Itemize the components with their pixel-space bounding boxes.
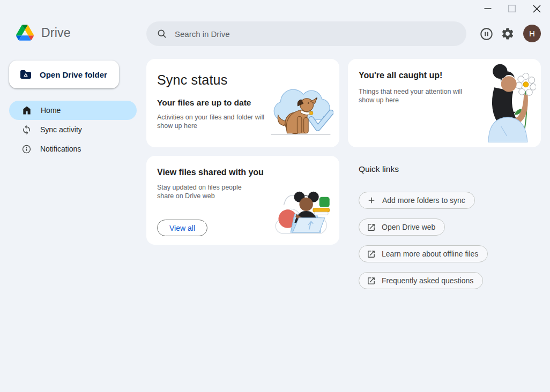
- sync-icon: [21, 125, 32, 135]
- sync-status-card: Sync status Your files are up to date Ac…: [146, 59, 339, 147]
- add-folders-to-sync-button[interactable]: Add more folders to sync: [359, 192, 475, 209]
- plus-icon: [367, 195, 376, 205]
- caught-up-body: Things that need your attention will sho…: [359, 87, 477, 104]
- sidebar-item-label: Notifications: [40, 145, 81, 153]
- settings-button[interactable]: [500, 26, 516, 42]
- sidebar-item-sync-activity[interactable]: Sync activity: [9, 120, 137, 139]
- maximize-button[interactable]: [504, 1, 520, 17]
- quick-link-label: Open Drive web: [382, 223, 435, 231]
- sidebar-nav: Home Sync activity Notifications: [9, 101, 137, 159]
- home-icon: [21, 105, 32, 116]
- close-icon: [532, 4, 541, 13]
- maximize-icon: [508, 4, 516, 13]
- app-title: Drive: [41, 26, 71, 40]
- external-link-icon: [367, 223, 376, 232]
- woman-smelling-flower-illustration: [473, 61, 536, 145]
- brand: Drive: [16, 25, 71, 41]
- dog-cloud-checkmark-illustration: [268, 81, 333, 142]
- shared-files-body: Stay updated on files people share on Dr…: [157, 183, 259, 200]
- quick-link-label: Learn more about offline files: [382, 250, 478, 258]
- faq-button[interactable]: Frequently asked questions: [359, 272, 483, 289]
- caught-up-card: You're all caught up! Things that need y…: [348, 59, 541, 147]
- close-button[interactable]: [529, 1, 545, 17]
- quick-links-section: Quick links Add more folders to sync Ope…: [359, 164, 488, 289]
- sidebar-item-label: Sync activity: [40, 125, 82, 134]
- pause-circle-icon: [479, 27, 494, 41]
- drive-folder-icon: [19, 68, 32, 81]
- drive-logo-icon: [16, 25, 34, 41]
- sidebar-item-notifications[interactable]: Notifications: [9, 139, 137, 159]
- search-icon: [157, 28, 167, 39]
- sync-status-title: Sync status: [157, 72, 227, 88]
- settings-gear-icon: [501, 27, 515, 41]
- external-link-icon: [367, 276, 376, 285]
- search-input[interactable]: [175, 29, 466, 39]
- minimize-icon: [484, 4, 492, 13]
- open-drive-folder-label: Open Drive folder: [40, 70, 107, 79]
- pause-sync-button[interactable]: [478, 26, 494, 42]
- learn-offline-files-button[interactable]: Learn more about offline files: [359, 245, 488, 262]
- open-drive-web-button[interactable]: Open Drive web: [359, 218, 445, 236]
- view-all-button[interactable]: View all: [157, 220, 207, 236]
- open-drive-folder-button[interactable]: Open Drive folder: [9, 61, 119, 88]
- quick-links-list: Add more folders to sync Open Drive web …: [359, 192, 488, 289]
- minimize-button[interactable]: [480, 1, 496, 17]
- sync-status-body: Activities on your files and folder will…: [157, 113, 280, 130]
- sidebar-item-label: Home: [41, 106, 61, 115]
- account-avatar[interactable]: H: [523, 25, 541, 42]
- shared-files-title: View files shared with you: [157, 168, 264, 177]
- caught-up-title: You're all caught up!: [359, 71, 442, 80]
- external-link-icon: [367, 250, 376, 259]
- quick-link-label: Frequently asked questions: [382, 276, 473, 285]
- avatar-initial: H: [529, 29, 535, 38]
- sidebar-item-home[interactable]: Home: [9, 101, 137, 120]
- info-icon: [21, 144, 32, 154]
- shared-files-card: View files shared with you Stay updated …: [146, 156, 339, 245]
- quick-links-title: Quick links: [359, 164, 488, 174]
- sync-status-subtitle: Your files are up to date: [157, 98, 251, 108]
- quick-link-label: Add more folders to sync: [382, 196, 465, 205]
- person-open-folder-upload-illustration: [270, 184, 333, 242]
- search-bar[interactable]: [146, 21, 466, 46]
